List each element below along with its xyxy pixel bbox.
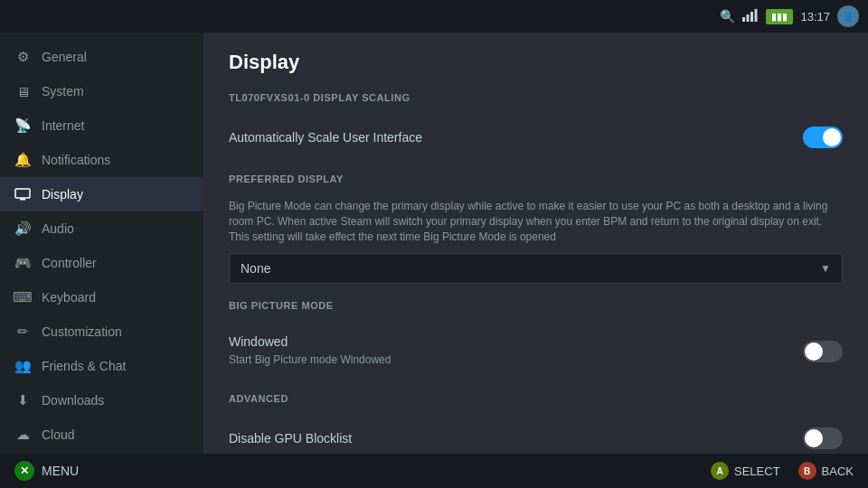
sidebar-label-audio: Audio xyxy=(42,221,74,236)
sidebar-item-internet[interactable]: 📡 Internet xyxy=(0,108,203,143)
clock: 13:17 xyxy=(800,10,830,23)
section-big-picture-mode: BIG PICTURE MODE Windowed Start Big Pict… xyxy=(229,300,843,377)
back-action[interactable]: B BACK xyxy=(798,462,854,480)
sidebar-item-display[interactable]: Display xyxy=(0,177,203,211)
sidebar-label-cloud: Cloud xyxy=(42,427,75,442)
section-display-scaling: TL070FVXS01-0 DISPLAY SCALING Automatica… xyxy=(229,92,843,157)
toggle-knob-windowed xyxy=(805,343,823,361)
section-label-preferred-display: PREFERRED DISPLAY xyxy=(229,174,843,190)
gear-icon: ⚙ xyxy=(14,49,31,65)
chevron-down-icon: ▼ xyxy=(820,262,831,275)
sidebar: ⚙ General 🖥 System 📡 Internet 🔔 Notifica… xyxy=(0,33,203,454)
sidebar-label-downloads: Downloads xyxy=(42,393,104,408)
sidebar-item-keyboard[interactable]: ⌨ Keyboard xyxy=(0,280,203,314)
svg-rect-6 xyxy=(22,198,24,200)
notifications-icon: 🔔 xyxy=(14,152,31,168)
display-icon xyxy=(14,186,31,202)
setting-windowed-info: Windowed Start Big Picture mode Windowed xyxy=(229,334,391,368)
setting-row-windowed: Windowed Start Big Picture mode Windowed xyxy=(229,325,843,377)
toggle-windowed[interactable] xyxy=(803,341,843,362)
audio-icon: 🔊 xyxy=(14,221,31,237)
preferred-display-dropdown[interactable]: None ▼ xyxy=(229,253,843,284)
setting-row-gpu-blocklist: Disable GPU Blocklist xyxy=(229,418,843,454)
downloads-icon: ⬇ xyxy=(14,392,31,408)
keyboard-icon: ⌨ xyxy=(14,289,31,305)
sidebar-label-notifications: Notifications xyxy=(42,153,110,167)
preferred-display-description: Big Picture Mode can change the primary … xyxy=(229,199,843,244)
sidebar-label-controller: Controller xyxy=(42,256,97,270)
setting-desc-windowed: Start Big Picture mode Windowed xyxy=(229,352,391,368)
page-title: Display xyxy=(229,51,843,74)
signal-icon xyxy=(742,9,759,24)
sidebar-item-system[interactable]: 🖥 System xyxy=(0,74,203,108)
sidebar-item-customization[interactable]: ✏ Customization xyxy=(0,314,203,349)
customization-icon: ✏ xyxy=(14,324,31,340)
friends-icon: 👥 xyxy=(14,358,31,374)
main-layout: ⚙ General 🖥 System 📡 Internet 🔔 Notifica… xyxy=(0,33,868,454)
sidebar-label-display: Display xyxy=(42,187,83,202)
menu-label[interactable]: MENU xyxy=(42,464,79,478)
setting-name-auto-scale: Automatically Scale User Interface xyxy=(229,130,422,145)
sidebar-item-controller[interactable]: 🎮 Controller xyxy=(0,246,203,280)
search-icon[interactable]: 🔍 xyxy=(720,9,735,23)
sidebar-label-internet: Internet xyxy=(42,118,84,133)
toggle-auto-scale[interactable] xyxy=(803,127,843,148)
svg-rect-4 xyxy=(15,189,30,198)
toggle-gpu-blocklist[interactable] xyxy=(803,427,843,449)
sidebar-label-friends: Friends & Chat xyxy=(42,359,126,373)
select-label: SELECT xyxy=(734,465,780,478)
section-preferred-display: PREFERRED DISPLAY Big Picture Mode can c… xyxy=(229,174,843,284)
a-button: A xyxy=(711,462,729,480)
sidebar-item-downloads[interactable]: ⬇ Downloads xyxy=(0,383,203,418)
bottom-right: A SELECT B BACK xyxy=(711,462,854,480)
system-icon: 🖥 xyxy=(14,83,31,99)
section-label-big-picture: BIG PICTURE MODE xyxy=(229,300,843,316)
toggle-knob-auto-scale xyxy=(823,128,841,146)
section-label-display-scaling: TL070FVXS01-0 DISPLAY SCALING xyxy=(229,92,843,108)
sidebar-label-customization: Customization xyxy=(42,324,122,339)
section-advanced: ADVANCED Disable GPU Blocklist xyxy=(229,393,843,454)
controller-icon: 🎮 xyxy=(14,255,31,271)
back-label: BACK xyxy=(822,465,854,478)
top-bar: 🔍 ▮▮▮ 13:17 👤 xyxy=(0,0,868,33)
sidebar-item-notifications[interactable]: 🔔 Notifications xyxy=(0,143,203,177)
b-button: B xyxy=(798,462,816,480)
avatar: 👤 xyxy=(837,5,859,27)
sidebar-item-general[interactable]: ⚙ General xyxy=(0,40,203,74)
dropdown-value: None xyxy=(241,261,270,276)
cloud-icon: ☁ xyxy=(14,427,31,443)
content-area: Display TL070FVXS01-0 DISPLAY SCALING Au… xyxy=(203,33,868,454)
sidebar-label-system: System xyxy=(42,84,84,99)
internet-icon: 📡 xyxy=(14,117,31,134)
svg-rect-1 xyxy=(747,14,750,22)
sidebar-label-keyboard: Keyboard xyxy=(42,290,96,305)
bottom-left: ✕ MENU xyxy=(14,461,79,481)
bottom-bar: ✕ MENU A SELECT B BACK xyxy=(0,454,868,488)
sidebar-item-friends-chat[interactable]: 👥 Friends & Chat xyxy=(0,349,203,383)
toggle-knob-gpu-blocklist xyxy=(805,429,823,447)
top-bar-icons: 🔍 ▮▮▮ 13:17 👤 xyxy=(720,5,859,27)
svg-rect-3 xyxy=(755,9,758,22)
setting-name-gpu-blocklist: Disable GPU Blocklist xyxy=(229,431,352,446)
battery-icon: ▮▮▮ xyxy=(766,9,793,24)
section-label-advanced: ADVANCED xyxy=(229,393,843,409)
sidebar-item-cloud[interactable]: ☁ Cloud xyxy=(0,418,203,452)
xbox-icon: ✕ xyxy=(14,461,34,481)
setting-name-windowed: Windowed xyxy=(229,334,391,349)
setting-row-auto-scale: Automatically Scale User Interface xyxy=(229,117,843,157)
svg-rect-2 xyxy=(750,12,753,22)
sidebar-item-audio[interactable]: 🔊 Audio xyxy=(0,211,203,246)
select-action[interactable]: A SELECT xyxy=(711,462,780,480)
sidebar-label-general: General xyxy=(42,50,87,64)
svg-rect-0 xyxy=(742,17,745,22)
